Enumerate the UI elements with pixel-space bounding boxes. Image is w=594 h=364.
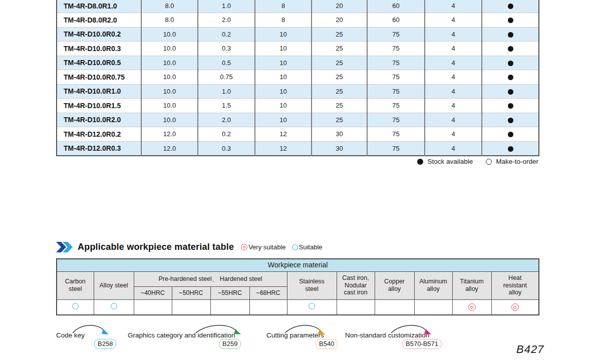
- value-cell: 1.0: [198, 0, 255, 13]
- value-cell: 75: [367, 141, 425, 156]
- value-cell: 10.0: [141, 70, 198, 85]
- value-cell: 0.75: [198, 70, 255, 85]
- suitable-icon: [72, 303, 79, 309]
- rating-cell: [337, 299, 375, 315]
- value-cell: 4: [425, 113, 482, 127]
- value-cell: 12: [255, 127, 312, 142]
- value-cell: 10: [255, 84, 312, 99]
- very-suitable-icon: [511, 303, 519, 311]
- stock-cell: [482, 70, 539, 85]
- rating-cell: [452, 299, 491, 315]
- value-cell: 4: [425, 141, 482, 156]
- stock-available-icon: [508, 4, 513, 9]
- page-ref-badge: B570-B571: [402, 339, 442, 349]
- value-cell: 2.0: [198, 113, 255, 127]
- model-cell: TM-4R-D12.0R0.2: [57, 127, 141, 142]
- value-cell: 0.2: [198, 127, 255, 142]
- stock-cell: [482, 42, 539, 56]
- value-cell: 10.0: [141, 56, 198, 70]
- value-cell: 75: [367, 70, 425, 85]
- value-cell: 0.2: [198, 27, 255, 42]
- make-to-order-icon: [486, 159, 492, 165]
- material-banner: Workpiece material: [57, 259, 539, 271]
- stock-cell: [482, 99, 539, 113]
- value-cell: 25: [312, 70, 367, 85]
- value-cell: 25: [312, 56, 367, 70]
- stock-cell: [482, 27, 539, 42]
- value-cell: 25: [312, 27, 367, 42]
- value-cell: 10.0: [141, 84, 198, 99]
- value-cell: 10: [255, 113, 312, 127]
- value-cell: 10: [255, 42, 312, 56]
- col-stainless-steel: Stainless steel: [287, 271, 337, 299]
- col-40hrc: ~40HRC: [134, 286, 172, 299]
- stock-available-icon: [508, 118, 513, 123]
- very-suitable-label: Very suitable: [248, 243, 285, 251]
- value-cell: 20: [312, 0, 367, 13]
- value-cell: 75: [367, 127, 425, 142]
- rating-cell: [134, 299, 172, 315]
- value-cell: 75: [367, 99, 425, 113]
- value-cell: 12.0: [141, 127, 198, 142]
- spec-row: TM-4R-D10.0R0.210.00.21025754: [57, 27, 539, 42]
- value-cell: 10: [255, 27, 312, 42]
- rating-cell: [249, 299, 287, 315]
- stock-legend: Stock available Make-to-order: [417, 158, 538, 165]
- stock-available-icon: [417, 159, 423, 165]
- value-cell: 10.0: [141, 42, 198, 56]
- value-cell: 4: [425, 70, 482, 85]
- spec-row: TM-4R-D10.0R0.510.00.51025754: [57, 56, 539, 70]
- model-cell: TM-4R-D12.0R0.3: [57, 141, 141, 156]
- material-ratings-row: [57, 299, 539, 315]
- value-cell: 20: [312, 13, 367, 28]
- spec-row: TM-4R-D10.0R0.310.00.31025754: [57, 42, 539, 56]
- spec-row: TM-4R-D10.0R2.010.02.01025754: [57, 113, 539, 127]
- stock-available-label: Stock available: [427, 158, 473, 165]
- suitability-legend: Very suitable Suitable: [241, 243, 322, 251]
- page-ref-badge: B540: [316, 339, 338, 349]
- rating-cell: [57, 299, 94, 315]
- stock-available-icon: [508, 75, 513, 80]
- col-cast-iron: Cast iron, Nodular cast iron: [337, 271, 375, 299]
- stock-available-icon: [508, 132, 513, 137]
- stock-available-icon: [508, 32, 513, 38]
- value-cell: 30: [312, 141, 367, 156]
- model-cell: TM-4R-D8.0R2.0: [57, 13, 141, 28]
- value-cell: 4: [425, 84, 482, 99]
- suitable-label: Suitable: [299, 243, 323, 251]
- value-cell: 25: [312, 42, 367, 56]
- page-number: B427: [516, 343, 544, 356]
- value-cell: 10: [255, 56, 312, 70]
- rating-cell: [172, 299, 210, 315]
- spec-row: TM-4R-D12.0R0.312.00.31230754: [57, 141, 539, 156]
- value-cell: 60: [367, 13, 425, 28]
- value-cell: 25: [312, 84, 367, 99]
- spec-row: TM-4R-D10.0R1.510.01.51025754: [57, 99, 539, 113]
- suitable-icon: [309, 303, 315, 309]
- col-68hrc: ~68HRC: [249, 286, 287, 299]
- value-cell: 60: [367, 0, 425, 13]
- value-cell: 8: [255, 0, 312, 13]
- value-cell: 25: [312, 99, 367, 113]
- value-cell: 75: [367, 42, 425, 56]
- col-copper-alloy: Copper alloy: [375, 271, 414, 299]
- model-cell: TM-4R-D10.0R1.5: [57, 99, 141, 113]
- rating-cell: [94, 299, 134, 315]
- rating-cell: [414, 299, 452, 315]
- stock-available-icon: [508, 103, 513, 109]
- stock-cell: [482, 56, 539, 70]
- material-section-header: Applicable workpiece material table Very…: [56, 242, 323, 252]
- model-cell: TM-4R-D10.0R0.3: [57, 42, 141, 56]
- stock-available-icon: [508, 46, 513, 52]
- col-heat-resistant-alloy: Heat resistant alloy: [491, 271, 539, 299]
- page-ref-badge: B259: [219, 339, 241, 349]
- rating-cell: [210, 299, 249, 315]
- stock-cell: [482, 141, 539, 156]
- value-cell: 4: [425, 56, 482, 70]
- suitable-legend-item: Suitable: [292, 243, 323, 251]
- stock-cell: [482, 113, 539, 127]
- catalog-page: TM-4R-D8.0R1.08.01.0820604TM-4R-D8.0R2.0…: [0, 0, 594, 364]
- model-cell: TM-4R-D10.0R0.2: [57, 27, 141, 42]
- value-cell: 75: [367, 56, 425, 70]
- stock-available-icon: [508, 61, 513, 66]
